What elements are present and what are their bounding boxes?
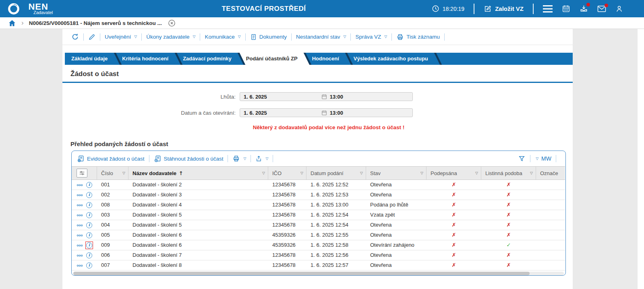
- create-vz-button[interactable]: Založit VZ: [484, 5, 524, 13]
- horizontal-scrollbar-thumb[interactable]: [73, 272, 530, 275]
- grid-toolbar: Evidovat žádost o účast Stáhnout žádosti…: [72, 151, 565, 166]
- tab-podani-ucastniku-zp[interactable]: Podání účastníků ZP: [240, 53, 305, 65]
- cell-oznac: [536, 220, 565, 230]
- calendar-button[interactable]: [562, 4, 570, 13]
- komunikace-menu[interactable]: Komunikace▽: [205, 34, 240, 40]
- column-header-ico[interactable]: IČO▽: [268, 167, 306, 180]
- row-menu-button[interactable]: [77, 240, 83, 250]
- toolbar-separator: [556, 155, 556, 162]
- export-menu-button[interactable]: ▽: [255, 155, 268, 162]
- row-info-button[interactable]: i: [86, 242, 92, 248]
- info-frame: i: [85, 221, 93, 229]
- page: { "header": { "brand": "NEN", "brand_sub…: [0, 0, 644, 289]
- filter-caret-icon[interactable]: ▽: [300, 171, 303, 175]
- toolbar-separator: [350, 33, 351, 41]
- row-info-button[interactable]: i: [86, 232, 92, 238]
- close-record-button[interactable]: [168, 19, 176, 27]
- print-menu-button[interactable]: ▽: [232, 155, 246, 162]
- cell-oznac: [536, 260, 565, 270]
- cell-stav: Otevřena: [366, 260, 427, 270]
- row-menu-button[interactable]: [77, 190, 83, 200]
- home-button[interactable]: [8, 19, 16, 27]
- chevron-down-icon: ▽: [536, 157, 538, 161]
- tab-hodnoceni[interactable]: Hodnocení: [306, 53, 346, 65]
- ukony-zadavatele-menu-label: Úkony zadavatele: [146, 34, 189, 40]
- row-menu-button[interactable]: [77, 210, 83, 220]
- column-header-oznac[interactable]: Označe: [536, 167, 565, 180]
- filter-caret-icon[interactable]: ▽: [530, 171, 533, 175]
- dokumenty-button[interactable]: Dokumenty: [250, 33, 287, 41]
- home-icon: [8, 19, 16, 27]
- row-info-button[interactable]: i: [86, 202, 92, 208]
- sprava-vz-menu[interactable]: Správa VZ▽: [355, 34, 387, 40]
- horizontal-scrollbar-track[interactable]: [73, 272, 564, 275]
- cell-ico: 12345678: [268, 200, 306, 210]
- messages-button[interactable]: [597, 5, 606, 12]
- cell-ico: 12345678: [268, 180, 306, 190]
- filter-caret-icon[interactable]: ▽: [262, 171, 265, 175]
- register-request-button[interactable]: Evidovat žádost o účast: [77, 155, 145, 163]
- column-header-cislo[interactable]: Číslo▽: [97, 167, 128, 180]
- header-separator: [474, 4, 474, 14]
- downloads-button[interactable]: [580, 4, 588, 13]
- row-info-button[interactable]: i: [86, 212, 92, 218]
- edit-button[interactable]: [88, 33, 95, 41]
- chevron-down-icon: ▽: [238, 35, 241, 39]
- cross-icon: ✗: [507, 212, 511, 218]
- cell-stav: Otevřena: [366, 250, 427, 260]
- row-info-button[interactable]: i: [86, 182, 92, 188]
- download-requests-label: Stáhnout žádosti o účast: [164, 156, 224, 162]
- row-info-button[interactable]: i: [86, 222, 92, 228]
- chevron-right-icon: ›: [21, 19, 24, 26]
- row-info-button[interactable]: i: [86, 192, 92, 198]
- column-header-stav[interactable]: Stav▽: [366, 167, 427, 180]
- row-info-button[interactable]: i: [86, 252, 92, 258]
- lhuta-field[interactable]: 1. 6. 2025 13:00: [240, 92, 413, 101]
- row-actions: i: [72, 220, 97, 230]
- filter-caret-icon[interactable]: ▽: [475, 171, 478, 175]
- uverejneni-menu[interactable]: Uveřejnění▽: [105, 34, 137, 40]
- column-header-listinna[interactable]: Listinná podoba▽: [481, 167, 536, 180]
- profile-button[interactable]: [615, 5, 623, 13]
- dokumenty-button-label: Dokumenty: [259, 34, 287, 40]
- requests-panel: Evidovat žádost o účast Stáhnout žádosti…: [71, 151, 566, 276]
- filter-button[interactable]: [518, 155, 526, 162]
- cell-cislo: 006: [97, 250, 128, 260]
- column-header-datum[interactable]: Datum podání▽: [306, 167, 366, 180]
- column-header-nazev[interactable]: Název dodavatele↑▽: [128, 167, 268, 180]
- download-requests-button[interactable]: Stáhnout žádosti o účast: [154, 155, 224, 163]
- breadcrumb-item[interactable]: N006/25/V00005181 - Nájem serverů s tech…: [29, 20, 162, 26]
- row-menu-button[interactable]: [77, 200, 83, 210]
- refresh-button[interactable]: [71, 33, 79, 41]
- filter-caret-icon[interactable]: ▽: [360, 171, 363, 175]
- row-menu-button[interactable]: [77, 220, 83, 230]
- cell-listinna: ✗: [481, 190, 536, 200]
- row-menu-button[interactable]: [77, 230, 83, 240]
- tab-zadavaci-podminky[interactable]: Zadávací podmínky: [176, 53, 239, 65]
- row-info-button[interactable]: i: [86, 262, 92, 268]
- tab-kriteria-hodnoceni[interactable]: Kritéria hodnocení: [116, 53, 176, 65]
- toolbar-separator: [530, 155, 530, 162]
- grid-settings-button[interactable]: [77, 169, 87, 178]
- filter-caret-icon[interactable]: ▽: [420, 171, 423, 175]
- ukony-zadavatele-menu[interactable]: Úkony zadavatele▽: [146, 34, 195, 40]
- filter-caret-icon[interactable]: ▽: [122, 171, 125, 175]
- cell-nazev: Dodavatel - školení 6: [128, 230, 268, 240]
- column-header-podepsana[interactable]: Podepsána▽: [427, 167, 481, 180]
- tab-vysledek-zadavaciho-postupu[interactable]: Výsledek zadávacího postupu: [347, 53, 435, 65]
- cross-icon: ✗: [452, 232, 456, 238]
- tab-zakladni-udaje[interactable]: Základní údaje: [65, 53, 115, 65]
- main-menu-button[interactable]: [543, 5, 553, 12]
- lhuta-label: Lhůta:: [62, 94, 240, 100]
- oteviranie-field[interactable]: 1. 6. 2025 13:00: [240, 108, 413, 117]
- cell-podepsana: ✗: [427, 200, 481, 210]
- row-menu-button[interactable]: [77, 260, 83, 270]
- row-menu-button[interactable]: [77, 250, 83, 260]
- mw-menu-button[interactable]: ▽ MW: [535, 155, 551, 162]
- nestandardni-stav-menu[interactable]: Nestandardní stav▽: [296, 34, 346, 40]
- tisk-zaznamu-button[interactable]: Tisk záznamu: [396, 33, 440, 41]
- row-actions: i: [72, 200, 97, 210]
- row-menu-button[interactable]: [77, 180, 83, 190]
- nen-home-logo[interactable]: NEN Zadavatel: [7, 2, 53, 15]
- cell-podepsana: ✗: [427, 230, 481, 240]
